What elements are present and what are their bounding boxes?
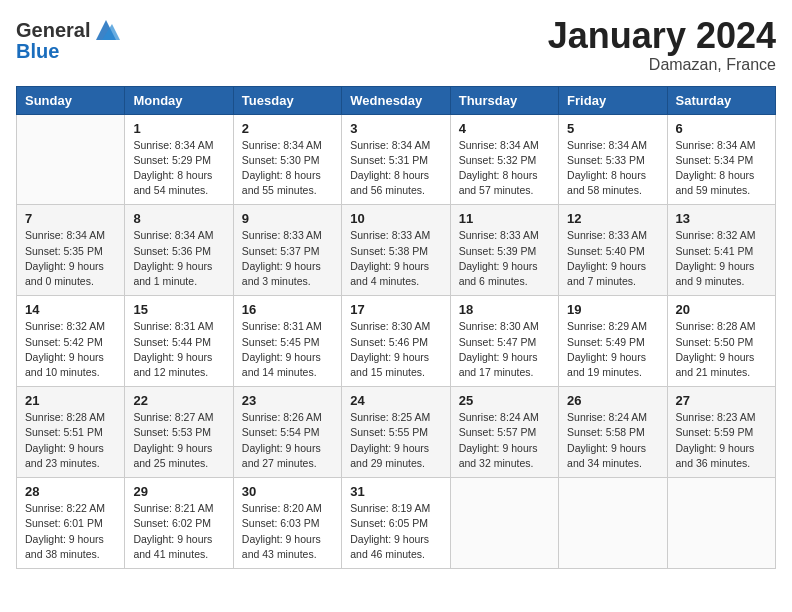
- calendar-cell: 1Sunrise: 8:34 AM Sunset: 5:29 PM Daylig…: [125, 114, 233, 205]
- day-number: 22: [133, 393, 224, 408]
- calendar-cell: 18Sunrise: 8:30 AM Sunset: 5:47 PM Dayli…: [450, 296, 558, 387]
- calendar-cell: 20Sunrise: 8:28 AM Sunset: 5:50 PM Dayli…: [667, 296, 775, 387]
- day-number: 4: [459, 121, 550, 136]
- day-number: 6: [676, 121, 767, 136]
- calendar-cell: 21Sunrise: 8:28 AM Sunset: 5:51 PM Dayli…: [17, 387, 125, 478]
- day-number: 20: [676, 302, 767, 317]
- weekday-header-saturday: Saturday: [667, 86, 775, 114]
- day-number: 7: [25, 211, 116, 226]
- logo-text-general: General: [16, 19, 90, 41]
- weekday-header-thursday: Thursday: [450, 86, 558, 114]
- cell-content: Sunrise: 8:29 AM Sunset: 5:49 PM Dayligh…: [567, 319, 658, 380]
- calendar-cell: 6Sunrise: 8:34 AM Sunset: 5:34 PM Daylig…: [667, 114, 775, 205]
- calendar-cell: 24Sunrise: 8:25 AM Sunset: 5:55 PM Dayli…: [342, 387, 450, 478]
- day-number: 13: [676, 211, 767, 226]
- calendar-header: SundayMondayTuesdayWednesdayThursdayFrid…: [17, 86, 776, 114]
- day-number: 11: [459, 211, 550, 226]
- cell-content: Sunrise: 8:23 AM Sunset: 5:59 PM Dayligh…: [676, 410, 767, 471]
- cell-content: Sunrise: 8:33 AM Sunset: 5:39 PM Dayligh…: [459, 228, 550, 289]
- calendar-cell: 3Sunrise: 8:34 AM Sunset: 5:31 PM Daylig…: [342, 114, 450, 205]
- cell-content: Sunrise: 8:34 AM Sunset: 5:30 PM Dayligh…: [242, 138, 333, 199]
- cell-content: Sunrise: 8:34 AM Sunset: 5:32 PM Dayligh…: [459, 138, 550, 199]
- calendar-cell: 5Sunrise: 8:34 AM Sunset: 5:33 PM Daylig…: [559, 114, 667, 205]
- cell-content: Sunrise: 8:34 AM Sunset: 5:36 PM Dayligh…: [133, 228, 224, 289]
- calendar-week-3: 14Sunrise: 8:32 AM Sunset: 5:42 PM Dayli…: [17, 296, 776, 387]
- title-block: January 2024 Damazan, France: [548, 16, 776, 74]
- day-number: 12: [567, 211, 658, 226]
- calendar-cell: 10Sunrise: 8:33 AM Sunset: 5:38 PM Dayli…: [342, 205, 450, 296]
- cell-content: Sunrise: 8:22 AM Sunset: 6:01 PM Dayligh…: [25, 501, 116, 562]
- cell-content: Sunrise: 8:32 AM Sunset: 5:42 PM Dayligh…: [25, 319, 116, 380]
- calendar-cell: 27Sunrise: 8:23 AM Sunset: 5:59 PM Dayli…: [667, 387, 775, 478]
- calendar-cell: 4Sunrise: 8:34 AM Sunset: 5:32 PM Daylig…: [450, 114, 558, 205]
- calendar-week-4: 21Sunrise: 8:28 AM Sunset: 5:51 PM Dayli…: [17, 387, 776, 478]
- calendar-week-2: 7Sunrise: 8:34 AM Sunset: 5:35 PM Daylig…: [17, 205, 776, 296]
- day-number: 10: [350, 211, 441, 226]
- cell-content: Sunrise: 8:28 AM Sunset: 5:51 PM Dayligh…: [25, 410, 116, 471]
- calendar-cell: 14Sunrise: 8:32 AM Sunset: 5:42 PM Dayli…: [17, 296, 125, 387]
- location-title: Damazan, France: [548, 56, 776, 74]
- day-number: 23: [242, 393, 333, 408]
- calendar-cell: 30Sunrise: 8:20 AM Sunset: 6:03 PM Dayli…: [233, 478, 341, 569]
- day-number: 9: [242, 211, 333, 226]
- cell-content: Sunrise: 8:26 AM Sunset: 5:54 PM Dayligh…: [242, 410, 333, 471]
- cell-content: Sunrise: 8:33 AM Sunset: 5:37 PM Dayligh…: [242, 228, 333, 289]
- calendar-cell: 13Sunrise: 8:32 AM Sunset: 5:41 PM Dayli…: [667, 205, 775, 296]
- weekday-header-tuesday: Tuesday: [233, 86, 341, 114]
- logo-icon: [92, 16, 120, 44]
- calendar-cell: 11Sunrise: 8:33 AM Sunset: 5:39 PM Dayli…: [450, 205, 558, 296]
- calendar-cell: [17, 114, 125, 205]
- day-number: 5: [567, 121, 658, 136]
- cell-content: Sunrise: 8:31 AM Sunset: 5:44 PM Dayligh…: [133, 319, 224, 380]
- cell-content: Sunrise: 8:34 AM Sunset: 5:33 PM Dayligh…: [567, 138, 658, 199]
- cell-content: Sunrise: 8:24 AM Sunset: 5:57 PM Dayligh…: [459, 410, 550, 471]
- day-number: 29: [133, 484, 224, 499]
- day-number: 28: [25, 484, 116, 499]
- cell-content: Sunrise: 8:19 AM Sunset: 6:05 PM Dayligh…: [350, 501, 441, 562]
- weekday-header-sunday: Sunday: [17, 86, 125, 114]
- calendar-cell: [450, 478, 558, 569]
- calendar-cell: 9Sunrise: 8:33 AM Sunset: 5:37 PM Daylig…: [233, 205, 341, 296]
- calendar-cell: 22Sunrise: 8:27 AM Sunset: 5:53 PM Dayli…: [125, 387, 233, 478]
- weekday-header-row: SundayMondayTuesdayWednesdayThursdayFrid…: [17, 86, 776, 114]
- calendar-week-1: 1Sunrise: 8:34 AM Sunset: 5:29 PM Daylig…: [17, 114, 776, 205]
- day-number: 17: [350, 302, 441, 317]
- weekday-header-friday: Friday: [559, 86, 667, 114]
- cell-content: Sunrise: 8:32 AM Sunset: 5:41 PM Dayligh…: [676, 228, 767, 289]
- calendar-cell: 28Sunrise: 8:22 AM Sunset: 6:01 PM Dayli…: [17, 478, 125, 569]
- calendar-body: 1Sunrise: 8:34 AM Sunset: 5:29 PM Daylig…: [17, 114, 776, 568]
- month-title: January 2024: [548, 16, 776, 56]
- calendar-cell: 19Sunrise: 8:29 AM Sunset: 5:49 PM Dayli…: [559, 296, 667, 387]
- page-header: General Blue January 2024 Damazan, Franc…: [16, 16, 776, 74]
- day-number: 8: [133, 211, 224, 226]
- cell-content: Sunrise: 8:25 AM Sunset: 5:55 PM Dayligh…: [350, 410, 441, 471]
- day-number: 21: [25, 393, 116, 408]
- day-number: 15: [133, 302, 224, 317]
- day-number: 31: [350, 484, 441, 499]
- day-number: 16: [242, 302, 333, 317]
- cell-content: Sunrise: 8:20 AM Sunset: 6:03 PM Dayligh…: [242, 501, 333, 562]
- calendar-cell: 2Sunrise: 8:34 AM Sunset: 5:30 PM Daylig…: [233, 114, 341, 205]
- calendar-cell: [667, 478, 775, 569]
- calendar-cell: 23Sunrise: 8:26 AM Sunset: 5:54 PM Dayli…: [233, 387, 341, 478]
- cell-content: Sunrise: 8:34 AM Sunset: 5:31 PM Dayligh…: [350, 138, 441, 199]
- calendar-cell: 7Sunrise: 8:34 AM Sunset: 5:35 PM Daylig…: [17, 205, 125, 296]
- day-number: 19: [567, 302, 658, 317]
- day-number: 27: [676, 393, 767, 408]
- calendar-cell: 29Sunrise: 8:21 AM Sunset: 6:02 PM Dayli…: [125, 478, 233, 569]
- day-number: 1: [133, 121, 224, 136]
- day-number: 24: [350, 393, 441, 408]
- calendar-cell: 31Sunrise: 8:19 AM Sunset: 6:05 PM Dayli…: [342, 478, 450, 569]
- cell-content: Sunrise: 8:21 AM Sunset: 6:02 PM Dayligh…: [133, 501, 224, 562]
- calendar-week-5: 28Sunrise: 8:22 AM Sunset: 6:01 PM Dayli…: [17, 478, 776, 569]
- day-number: 3: [350, 121, 441, 136]
- day-number: 26: [567, 393, 658, 408]
- calendar-cell: 16Sunrise: 8:31 AM Sunset: 5:45 PM Dayli…: [233, 296, 341, 387]
- day-number: 25: [459, 393, 550, 408]
- cell-content: Sunrise: 8:24 AM Sunset: 5:58 PM Dayligh…: [567, 410, 658, 471]
- day-number: 18: [459, 302, 550, 317]
- cell-content: Sunrise: 8:33 AM Sunset: 5:38 PM Dayligh…: [350, 228, 441, 289]
- cell-content: Sunrise: 8:27 AM Sunset: 5:53 PM Dayligh…: [133, 410, 224, 471]
- weekday-header-monday: Monday: [125, 86, 233, 114]
- calendar-cell: 17Sunrise: 8:30 AM Sunset: 5:46 PM Dayli…: [342, 296, 450, 387]
